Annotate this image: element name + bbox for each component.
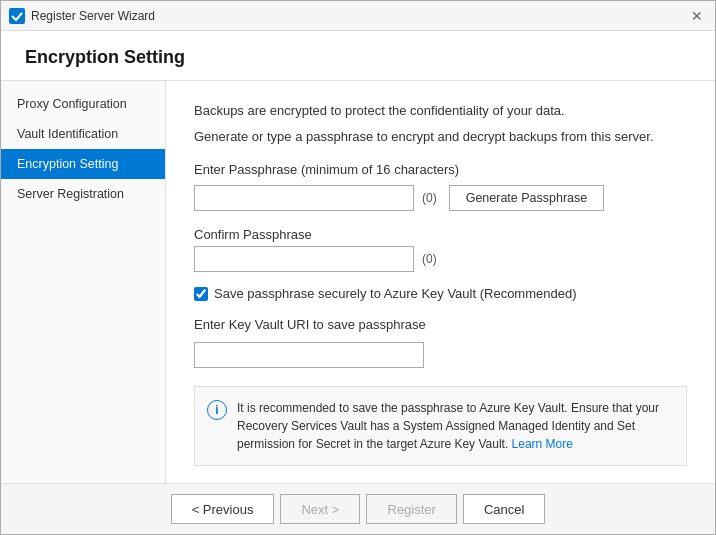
app-icon <box>9 8 25 24</box>
info-box: i It is recommended to save the passphra… <box>194 386 687 466</box>
confirm-passphrase-label: Confirm Passphrase <box>194 227 687 242</box>
info-box-text: It is recommended to save the passphrase… <box>237 399 674 453</box>
main-content: Backups are encrypted to protect the con… <box>166 81 715 483</box>
cancel-button[interactable]: Cancel <box>463 494 545 524</box>
vault-uri-input[interactable] <box>194 342 424 368</box>
confirm-passphrase-input[interactable] <box>194 246 414 272</box>
svg-rect-0 <box>9 8 25 24</box>
sidebar-item-vault-id[interactable]: Vault Identification <box>1 119 165 149</box>
confirm-passphrase-input-group: (0) <box>194 246 687 272</box>
window-title: Register Server Wizard <box>31 9 155 23</box>
info-line-2: Generate or type a passphrase to encrypt… <box>194 127 687 147</box>
sidebar-item-server-reg[interactable]: Server Registration <box>1 179 165 209</box>
content-area: Proxy Configuration Vault Identification… <box>1 81 715 483</box>
title-bar: Register Server Wizard ✕ <box>1 1 715 31</box>
save-passphrase-checkbox-row: Save passphrase securely to Azure Key Va… <box>194 286 687 301</box>
sidebar: Proxy Configuration Vault Identification… <box>1 81 166 483</box>
page-title: Encryption Setting <box>25 47 691 68</box>
learn-more-link[interactable]: Learn More <box>512 437 573 451</box>
generate-passphrase-button[interactable]: Generate Passphrase <box>449 185 605 211</box>
footer: < Previous Next > Register Cancel <box>1 483 715 534</box>
passphrase-row: (0) Generate Passphrase <box>194 185 687 211</box>
passphrase-count: (0) <box>422 191 437 205</box>
sidebar-item-proxy-config[interactable]: Proxy Configuration <box>1 89 165 119</box>
sidebar-item-encryption-setting[interactable]: Encryption Setting <box>1 149 165 179</box>
vault-uri-group: Enter Key Vault URI to save passphrase <box>194 317 687 368</box>
confirm-passphrase-group: Confirm Passphrase (0) <box>194 227 687 272</box>
info-icon: i <box>207 400 227 420</box>
confirm-passphrase-count: (0) <box>422 252 437 266</box>
page-header: Encryption Setting <box>1 31 715 81</box>
passphrase-input-group: (0) <box>194 185 437 211</box>
passphrase-input[interactable] <box>194 185 414 211</box>
save-passphrase-checkbox[interactable] <box>194 287 208 301</box>
passphrase-group: Enter Passphrase (minimum of 16 characte… <box>194 162 687 211</box>
passphrase-label: Enter Passphrase (minimum of 16 characte… <box>194 162 687 177</box>
close-button[interactable]: ✕ <box>687 6 707 26</box>
register-button[interactable]: Register <box>366 494 456 524</box>
vault-uri-label: Enter Key Vault URI to save passphrase <box>194 317 687 332</box>
next-button[interactable]: Next > <box>280 494 360 524</box>
window: Register Server Wizard ✕ Encryption Sett… <box>0 0 716 535</box>
title-bar-left: Register Server Wizard <box>9 8 155 24</box>
save-passphrase-label[interactable]: Save passphrase securely to Azure Key Va… <box>214 286 577 301</box>
info-line-1: Backups are encrypted to protect the con… <box>194 101 687 121</box>
previous-button[interactable]: < Previous <box>171 494 275 524</box>
